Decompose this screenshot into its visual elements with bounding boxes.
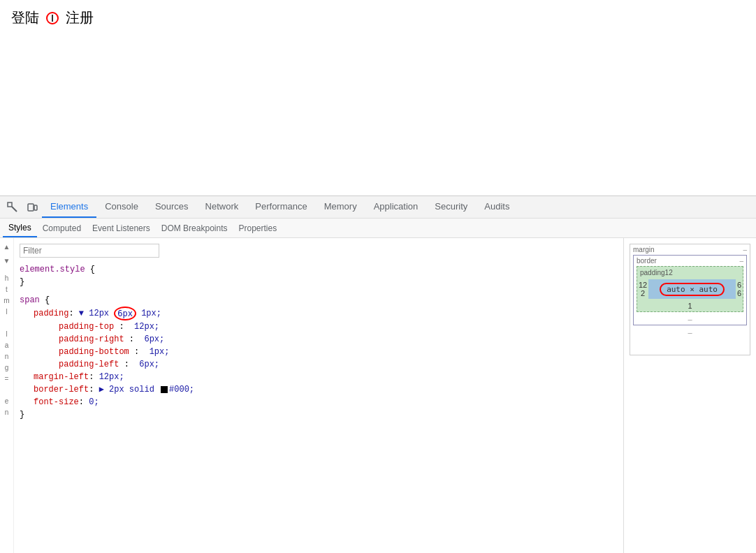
css-margin-left-line: margin-left : 12px; bbox=[20, 371, 618, 383]
tab-elements[interactable]: Elements bbox=[42, 196, 96, 218]
element-gutter: ▲ ▼ h t m l l a n g = e n bbox=[0, 238, 14, 553]
register-link[interactable]: 注册 bbox=[66, 8, 94, 27]
css-val-padding-bottom: 1px; bbox=[150, 347, 170, 357]
css-span-open-brace: { bbox=[40, 294, 50, 307]
styles-panel: element.style { } span { padding : ▼ 12p… bbox=[14, 238, 623, 553]
gutter-label-a: a bbox=[5, 340, 9, 351]
border-label-text: border bbox=[637, 257, 657, 265]
page-links: 登陆 注册 bbox=[0, 0, 756, 36]
margin-label-row: margin – bbox=[630, 244, 750, 253]
tab-performance[interactable]: Performance bbox=[247, 196, 315, 218]
gutter-label-t: t bbox=[6, 284, 8, 295]
gutter-scroll-down[interactable]: ▼ bbox=[3, 255, 10, 267]
css-colon-padding: : bbox=[68, 307, 78, 320]
tab-network[interactable]: Network bbox=[197, 196, 247, 218]
css-val-padding-left: 6px; bbox=[139, 360, 159, 369]
gutter-label-e: e bbox=[5, 396, 9, 407]
padding-label-text: padding12 bbox=[640, 269, 673, 276]
svg-rect-2 bbox=[28, 204, 34, 211]
css-space2 bbox=[136, 307, 141, 320]
gutter-label-g: g bbox=[5, 362, 9, 374]
tab-sources[interactable]: Sources bbox=[147, 196, 197, 218]
filter-input[interactable] bbox=[20, 244, 159, 258]
css-colon-pl: : bbox=[124, 360, 134, 369]
css-padding-line: padding : ▼ 12px 6px 1px; bbox=[20, 307, 618, 320]
color-swatch-border bbox=[161, 386, 168, 393]
gutter-label-space2 bbox=[6, 385, 8, 396]
styles-subtoolbar: Styles Computed Event Listeners DOM Brea… bbox=[0, 219, 756, 238]
gutter-label-space bbox=[6, 318, 8, 329]
css-val-font-size: 0; bbox=[89, 396, 99, 408]
css-prop-padding-top: padding-top bbox=[45, 322, 114, 332]
css-colon-pt: : bbox=[119, 322, 129, 332]
tab-console[interactable]: Console bbox=[96, 196, 147, 218]
login-link[interactable]: 登陆 bbox=[11, 8, 39, 27]
device-icon-button[interactable] bbox=[22, 198, 42, 217]
css-border-left-line: border-left : ▶ 2px solid #000; bbox=[20, 383, 618, 396]
css-val-padding-right: 6px; bbox=[144, 334, 164, 344]
subtab-styles[interactable]: Styles bbox=[3, 219, 37, 237]
css-prop-border-left: border-left bbox=[20, 383, 89, 396]
css-colon-fs: : bbox=[79, 396, 89, 408]
padding-bottom-row: 1 bbox=[637, 302, 743, 311]
gutter-scroll-up[interactable]: ▲ bbox=[3, 241, 10, 253]
circle-annotation-6px: 6px bbox=[114, 307, 136, 320]
gutter-label-n: n bbox=[5, 351, 9, 362]
css-font-size-line: font-size : 0; bbox=[20, 396, 618, 408]
tab-security[interactable]: Security bbox=[426, 196, 476, 218]
inspect-icon bbox=[7, 202, 18, 213]
css-rule-span: span { padding : ▼ 12px 6px 1px; padding… bbox=[20, 294, 618, 421]
css-val-margin-left: 12px; bbox=[99, 371, 124, 383]
inspect-icon-button[interactable] bbox=[3, 198, 22, 217]
css-colon-bl: : bbox=[89, 383, 99, 396]
css-padding-top-line: padding-top : 12px; bbox=[20, 320, 618, 333]
gutter-label-eq: = bbox=[5, 374, 9, 385]
css-span-selector: span bbox=[20, 294, 40, 307]
tab-memory[interactable]: Memory bbox=[316, 196, 365, 218]
right-vals: 6 6 bbox=[737, 281, 741, 297]
border-dash: – bbox=[739, 257, 743, 265]
css-colon-pb: : bbox=[134, 347, 144, 357]
margin-dash: – bbox=[743, 246, 747, 253]
subtab-event-listeners[interactable]: Event Listeners bbox=[87, 219, 156, 237]
border-box: border – padding12 12 2 bbox=[633, 255, 747, 325]
right-outer-val: 6 bbox=[737, 289, 741, 297]
css-close-brace-span: } bbox=[20, 408, 618, 421]
gutter-label-l2: l bbox=[6, 329, 7, 340]
css-val-padding-suffix: 1px; bbox=[141, 307, 161, 320]
devtools-main: ▲ ▼ h t m l l a n g = e n eleme bbox=[0, 238, 756, 553]
page-content: 登陆 注册 bbox=[0, 0, 756, 196]
css-prop-padding-bottom: padding-bottom bbox=[45, 347, 129, 357]
css-prop-padding-right: padding-right bbox=[45, 334, 124, 344]
device-icon bbox=[27, 202, 38, 213]
gutter-label-l: l bbox=[6, 307, 7, 318]
outer-box: margin – border – padding12 bbox=[630, 244, 750, 355]
css-prop-padding-left: padding-left bbox=[45, 360, 119, 369]
svg-rect-3 bbox=[34, 205, 37, 210]
left-inner-val: 2 bbox=[641, 289, 645, 297]
margin-bottom-row: – bbox=[630, 327, 750, 338]
content-row: 12 2 auto × auto 6 6 bbox=[637, 276, 743, 302]
css-val-padding-prefix: ▼ 12px bbox=[79, 307, 109, 320]
box-model-panel: margin – border – padding12 bbox=[623, 238, 756, 553]
css-prop-margin-left: margin-left bbox=[20, 371, 89, 383]
gutter-label-n2: n bbox=[5, 407, 9, 418]
css-prop-padding: padding bbox=[20, 307, 68, 320]
content-box: auto × auto bbox=[648, 279, 736, 299]
css-prop-font-size: font-size bbox=[20, 396, 79, 408]
subtab-computed[interactable]: Computed bbox=[37, 219, 87, 237]
subtab-properties[interactable]: Properties bbox=[233, 219, 282, 237]
border-label-row: border – bbox=[634, 256, 746, 265]
tab-audits[interactable]: Audits bbox=[476, 196, 518, 218]
css-padding-left-line: padding-left : 6px; bbox=[20, 358, 618, 371]
left-outer-val: 12 bbox=[639, 281, 647, 289]
margin-label-text: margin bbox=[633, 246, 655, 253]
tab-application[interactable]: Application bbox=[365, 196, 427, 218]
css-selector-span: span { bbox=[20, 294, 618, 307]
subtab-dom-breakpoints[interactable]: DOM Breakpoints bbox=[156, 219, 233, 237]
padding-label-row: padding12 bbox=[637, 267, 743, 276]
devtools-toolbar: Elements Console Sources Network Perform… bbox=[0, 196, 756, 219]
gutter-label-h: h bbox=[5, 273, 9, 284]
gutter-label-m: m bbox=[3, 295, 9, 307]
css-close-brace-element: } bbox=[20, 276, 618, 288]
